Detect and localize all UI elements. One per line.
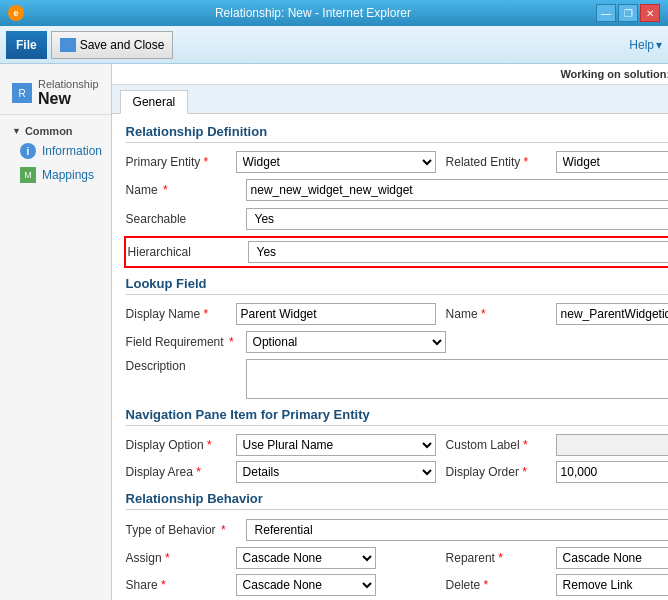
display-option-col: Display Option * Use Plural Name	[126, 434, 436, 456]
reparent-col: Reparent * Cascade None	[436, 547, 668, 569]
working-solution: Working on solution: Default Solution	[112, 64, 668, 85]
main-container: R Relationship New Common i Information …	[0, 64, 668, 600]
hierarchical-select[interactable]: Yes	[248, 241, 668, 263]
sidebar-item-mappings[interactable]: M Mappings	[0, 163, 111, 187]
name-col: Name *	[436, 303, 668, 325]
hierarchical-label: Hierarchical	[128, 245, 248, 259]
related-entity-select[interactable]: Widget	[556, 151, 668, 173]
content-panel: Working on solution: Default Solution Ge…	[112, 64, 668, 600]
delete-label: Delete *	[446, 578, 556, 592]
searchable-row: Searchable Yes	[126, 207, 668, 231]
display-order-label: Display Order *	[446, 465, 556, 479]
delete-select[interactable]: Remove Link	[556, 574, 668, 596]
tab-bar: General	[112, 85, 668, 114]
primary-entity-col: Primary Entity * Widget	[126, 151, 436, 173]
hierarchical-inner-row: Hierarchical Yes	[128, 240, 668, 264]
window-controls: — ❐ ✕	[596, 4, 660, 22]
assign-col: Assign * Cascade None	[126, 547, 436, 569]
help-button[interactable]: Help ▾	[629, 38, 662, 52]
display-name-input[interactable]	[236, 303, 436, 325]
description-textarea[interactable]	[246, 359, 668, 399]
save-close-button[interactable]: Save and Close	[51, 31, 174, 59]
window-title: Relationship: New - Internet Explorer	[30, 6, 596, 20]
display-option-label: Display Option *	[126, 438, 236, 452]
custom-label-label: Custom Label *	[446, 438, 556, 452]
display-area-select[interactable]: Details	[236, 461, 436, 483]
reparent-label: Reparent *	[446, 551, 556, 565]
lookup-name-label: Name *	[446, 307, 556, 321]
related-entity-label: Related Entity *	[446, 155, 556, 169]
display-area-order-row: Display Area * Details Display Order *	[126, 461, 668, 483]
toolbar: File Save and Close Help ▾	[0, 26, 668, 64]
reparent-select[interactable]: Cascade None	[556, 547, 668, 569]
nav-section-common: Common	[0, 121, 111, 139]
share-col: Share * Cascade None	[126, 574, 436, 596]
description-label: Description	[126, 359, 246, 373]
primary-entity-label: Primary Entity *	[126, 155, 236, 169]
custom-label-input[interactable]	[556, 434, 668, 456]
tab-general[interactable]: General	[120, 90, 189, 114]
primary-related-entity-row: Primary Entity * Widget Related Entity *…	[126, 151, 668, 173]
sidebar-item-information[interactable]: i Information	[0, 139, 111, 163]
entity-header: R Relationship New	[0, 72, 111, 115]
assign-reparent-row: Assign * Cascade None Reparent * Cascade…	[126, 547, 668, 569]
form-area: Relationship Definition Primary Entity *…	[112, 114, 668, 600]
share-select[interactable]: Cascade None	[236, 574, 376, 596]
share-delete-row: Share * Cascade None Delete * Remove Lin…	[126, 574, 668, 596]
name-label: Name *	[126, 183, 246, 197]
description-row: Description	[126, 359, 668, 399]
display-order-col: Display Order *	[436, 461, 668, 483]
display-option-select[interactable]: Use Plural Name	[236, 434, 436, 456]
searchable-select[interactable]: Yes	[246, 208, 668, 230]
title-bar: e Relationship: New - Internet Explorer …	[0, 0, 668, 26]
mappings-icon: M	[20, 167, 36, 183]
display-name-col: Display Name *	[126, 303, 436, 325]
file-button[interactable]: File	[6, 31, 47, 59]
lookup-name-input[interactable]	[556, 303, 668, 325]
searchable-label: Searchable	[126, 212, 246, 226]
delete-col: Delete * Remove Link	[436, 574, 668, 596]
restore-button[interactable]: ❐	[618, 4, 638, 22]
entity-icon: R	[12, 83, 32, 103]
custom-label-col: Custom Label *	[436, 434, 668, 456]
hierarchical-row: Hierarchical Yes	[124, 236, 668, 268]
left-panel: R Relationship New Common i Information …	[0, 64, 112, 600]
information-icon: i	[20, 143, 36, 159]
entity-title: New	[38, 90, 99, 108]
field-req-label: Field Requirement *	[126, 335, 246, 349]
assign-select[interactable]: Cascade None	[236, 547, 376, 569]
save-icon	[60, 38, 76, 52]
display-area-col: Display Area * Details	[126, 461, 436, 483]
display-order-input[interactable]	[556, 461, 668, 483]
lookup-name-row: Display Name * Name *	[126, 303, 668, 325]
app-icon: e	[8, 5, 24, 21]
section-relationship-definition: Relationship Definition	[126, 124, 668, 143]
type-behavior-label: Type of Behavior *	[126, 523, 246, 537]
field-req-select[interactable]: Optional	[246, 331, 446, 353]
display-option-row: Display Option * Use Plural Name Custom …	[126, 434, 668, 456]
name-row: Name *	[126, 178, 668, 202]
assign-label: Assign *	[126, 551, 236, 565]
related-entity-col: Related Entity * Widget	[436, 151, 668, 173]
type-behavior-select[interactable]: Referential	[246, 519, 668, 541]
section-lookup-field: Lookup Field	[126, 276, 668, 295]
section-nav-pane: Navigation Pane Item for Primary Entity	[126, 407, 668, 426]
share-label: Share *	[126, 578, 236, 592]
display-area-label: Display Area *	[126, 465, 236, 479]
type-behavior-row: Type of Behavior * Referential	[126, 518, 668, 542]
name-input[interactable]	[246, 179, 668, 201]
field-req-row: Field Requirement * Optional	[126, 330, 668, 354]
display-name-label: Display Name *	[126, 307, 236, 321]
close-button[interactable]: ✕	[640, 4, 660, 22]
section-relationship-behavior: Relationship Behavior	[126, 491, 668, 510]
minimize-button[interactable]: —	[596, 4, 616, 22]
primary-entity-select[interactable]: Widget	[236, 151, 436, 173]
entity-breadcrumb: Relationship	[38, 78, 99, 90]
